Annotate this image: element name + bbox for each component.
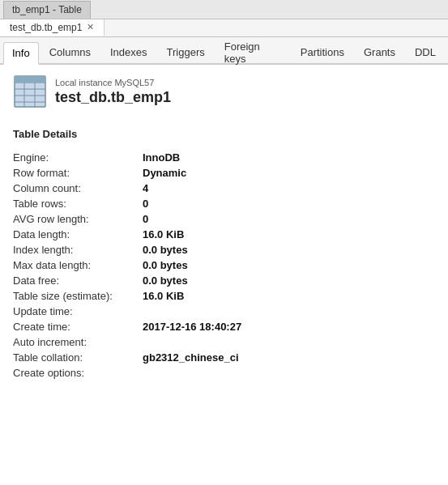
close-tab-icon[interactable]: ✕ [87, 22, 94, 32]
tab-indexes[interactable]: Indexes [101, 40, 156, 63]
detail-label: Update time: [13, 304, 143, 319]
detail-value [143, 334, 435, 350]
tab-foreign-keys[interactable]: Foreign keys [215, 40, 290, 63]
detail-label: Column count: [13, 181, 143, 196]
detail-label: Table collation: [13, 350, 143, 365]
detail-row: Column count:4 [13, 181, 435, 196]
detail-row: Update time: [13, 304, 435, 319]
detail-value: 0.0 bytes [143, 273, 435, 288]
tab-columns[interactable]: Columns [41, 40, 100, 63]
detail-label: Row format: [13, 165, 143, 181]
query-tab-label: test_db.tb_emp1 [10, 22, 82, 33]
detail-label: Auto increment: [13, 334, 143, 350]
detail-label: Table rows: [13, 196, 143, 211]
tab-ddl[interactable]: DDL [406, 40, 445, 63]
table-icon [13, 74, 47, 108]
detail-row: Data free:0.0 bytes [13, 273, 435, 288]
tab-partitions[interactable]: Partitions [292, 40, 353, 63]
tab-info[interactable]: Info [3, 42, 39, 65]
detail-row: Table size (estimate):16.0 KiB [13, 288, 435, 304]
detail-value [143, 304, 435, 319]
table-header: Local instance MySQL57 test_db.tb_emp1 [13, 74, 435, 115]
detail-row: Auto increment: [13, 334, 435, 350]
detail-row: Max data length:0.0 bytes [13, 257, 435, 273]
title-bar: tb_emp1 - Table [0, 0, 448, 19]
detail-label: AVG row length: [13, 211, 143, 227]
details-table: Engine:InnoDBRow format:DynamicColumn co… [13, 150, 435, 381]
detail-value: 16.0 KiB [143, 227, 435, 242]
query-tab-active[interactable]: test_db.tb_emp1 ✕ [0, 19, 105, 36]
title-tab-label: tb_emp1 - Table [3, 1, 91, 19]
detail-label: Index length: [13, 242, 143, 257]
section-title: Table Details [13, 128, 435, 140]
detail-label: Data free: [13, 273, 143, 288]
table-header-text: Local instance MySQL57 test_db.tb_emp1 [55, 78, 171, 106]
detail-row: Engine:InnoDB [13, 150, 435, 165]
svg-rect-7 [15, 76, 45, 83]
detail-label: Table size (estimate): [13, 288, 143, 304]
instance-label: Local instance MySQL57 [55, 78, 171, 87]
detail-value: 2017-12-16 18:40:27 [143, 319, 435, 334]
detail-value: 0 [143, 196, 435, 211]
detail-row: Create options: [13, 365, 435, 381]
detail-row: Table collation:gb2312_chinese_ci [13, 350, 435, 365]
detail-row: Data length:16.0 KiB [13, 227, 435, 242]
detail-label: Data length: [13, 227, 143, 242]
tab-grants[interactable]: Grants [355, 40, 404, 63]
detail-label: Engine: [13, 150, 143, 165]
detail-value: gb2312_chinese_ci [143, 350, 435, 365]
detail-value [143, 365, 435, 381]
detail-row: AVG row length:0 [13, 211, 435, 227]
detail-label: Max data length: [13, 257, 143, 273]
detail-value: InnoDB [143, 150, 435, 165]
detail-value: 16.0 KiB [143, 288, 435, 304]
detail-row: Table rows:0 [13, 196, 435, 211]
detail-row: Index length:0.0 bytes [13, 242, 435, 257]
detail-value: 0 [143, 211, 435, 227]
nav-tabs: Info Columns Indexes Triggers Foreign ke… [0, 37, 448, 65]
detail-label: Create options: [13, 365, 143, 381]
detail-row: Create time:2017-12-16 18:40:27 [13, 319, 435, 334]
query-tab-bar: test_db.tb_emp1 ✕ [0, 19, 448, 37]
detail-value: 4 [143, 181, 435, 196]
detail-value: Dynamic [143, 165, 435, 181]
tab-triggers[interactable]: Triggers [158, 40, 214, 63]
detail-label: Create time: [13, 319, 143, 334]
detail-value: 0.0 bytes [143, 242, 435, 257]
detail-value: 0.0 bytes [143, 257, 435, 273]
content-area: Local instance MySQL57 test_db.tb_emp1 T… [0, 65, 448, 485]
detail-row: Row format:Dynamic [13, 165, 435, 181]
table-name: test_db.tb_emp1 [55, 89, 171, 106]
